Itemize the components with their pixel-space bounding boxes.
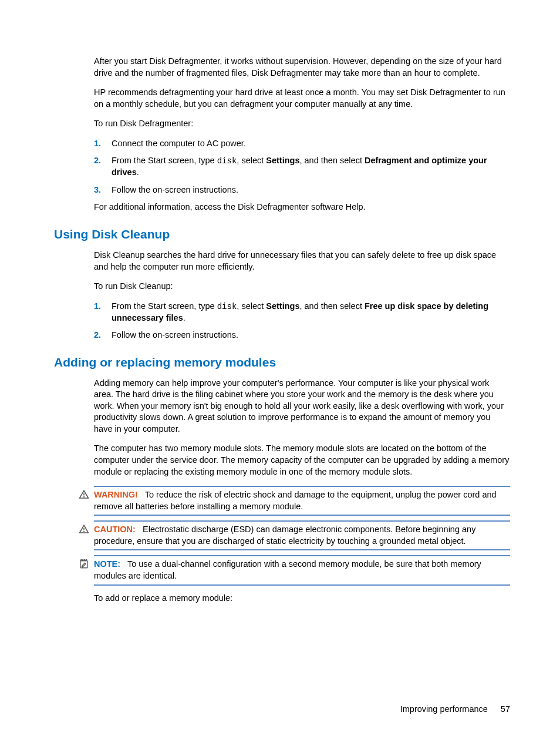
text-fragment: . bbox=[137, 167, 139, 177]
warning-icon bbox=[79, 489, 89, 500]
footer-section-title: Improving performance bbox=[400, 704, 488, 714]
defrag-step-1: 1. Connect the computer to AC power. bbox=[94, 138, 510, 150]
note-label: NOTE: bbox=[94, 559, 120, 569]
text-fragment: From the Start screen, type bbox=[112, 301, 217, 311]
intro-para-4: For additional information, access the D… bbox=[94, 201, 510, 213]
memory-para-2: The computer has two memory module slots… bbox=[94, 443, 510, 478]
code-text: disk bbox=[217, 302, 237, 311]
text-fragment: , and then select bbox=[300, 301, 365, 311]
code-text: disk bbox=[217, 156, 237, 166]
intro-para-1: After you start Disk Defragmenter, it wo… bbox=[94, 56, 510, 79]
step-text: Follow the on-screen instructions. bbox=[112, 330, 510, 341]
step-number: 1. bbox=[94, 138, 112, 150]
caution-callout: CAUTION: Electrostatic discharge (ESD) c… bbox=[94, 520, 510, 550]
step-text: Follow the on-screen instructions. bbox=[112, 184, 510, 196]
note-text: To use a dual-channel configuration with… bbox=[94, 559, 481, 580]
step-text: Connect the computer to AC power. bbox=[112, 138, 510, 150]
cleanup-para-1: Disk Cleanup searches the hard drive for… bbox=[94, 250, 510, 273]
note-callout: NOTE: To use a dual-channel configuratio… bbox=[94, 555, 510, 585]
step-text: From the Start screen, type disk, select… bbox=[112, 155, 510, 178]
text-fragment: , select bbox=[237, 301, 266, 311]
cleanup-step-2: 2. Follow the on-screen instructions. bbox=[94, 330, 510, 341]
page-footer: Improving performance 57 bbox=[400, 704, 510, 714]
step-text: From the Start screen, type disk, select… bbox=[112, 301, 510, 324]
warning-callout: WARNING! To reduce the risk of electric … bbox=[94, 486, 510, 516]
warning-text: To reduce the risk of electric shock and… bbox=[94, 490, 497, 511]
step-number: 2. bbox=[94, 330, 112, 341]
text-fragment: , and then select bbox=[300, 156, 365, 165]
svg-point-1 bbox=[84, 497, 85, 498]
cleanup-para-2: To run Disk Cleanup: bbox=[94, 281, 510, 293]
defrag-step-2: 2. From the Start screen, type disk, sel… bbox=[94, 155, 510, 178]
bold-text: Settings bbox=[266, 301, 299, 311]
text-fragment: . bbox=[183, 313, 185, 322]
intro-para-2: HP recommends defragmenting your hard dr… bbox=[94, 87, 510, 110]
heading-memory-modules: Adding or replacing memory modules bbox=[54, 355, 510, 369]
heading-disk-cleanup: Using Disk Cleanup bbox=[54, 227, 510, 241]
defrag-step-3: 3. Follow the on-screen instructions. bbox=[94, 184, 510, 196]
svg-point-3 bbox=[84, 532, 85, 532]
page-number: 57 bbox=[501, 704, 510, 714]
note-icon bbox=[79, 559, 89, 569]
step-number: 2. bbox=[94, 155, 112, 178]
document-page: After you start Disk Defragmenter, it wo… bbox=[0, 0, 560, 636]
caution-icon bbox=[79, 524, 89, 535]
text-fragment: , select bbox=[237, 156, 266, 165]
bold-text: Settings bbox=[266, 156, 299, 165]
memory-para-3: To add or replace a memory module: bbox=[94, 593, 510, 604]
caution-label: CAUTION: bbox=[94, 525, 136, 534]
memory-para-1: Adding memory can help improve your comp… bbox=[94, 378, 510, 435]
caution-text: Electrostatic discharge (ESD) can damage… bbox=[94, 525, 475, 546]
warning-label: WARNING! bbox=[94, 490, 138, 499]
step-number: 3. bbox=[94, 184, 112, 196]
step-number: 1. bbox=[94, 301, 112, 324]
text-fragment: From the Start screen, type bbox=[112, 156, 217, 165]
cleanup-step-1: 1. From the Start screen, type disk, sel… bbox=[94, 301, 510, 324]
intro-para-3: To run Disk Defragmenter: bbox=[94, 118, 510, 130]
